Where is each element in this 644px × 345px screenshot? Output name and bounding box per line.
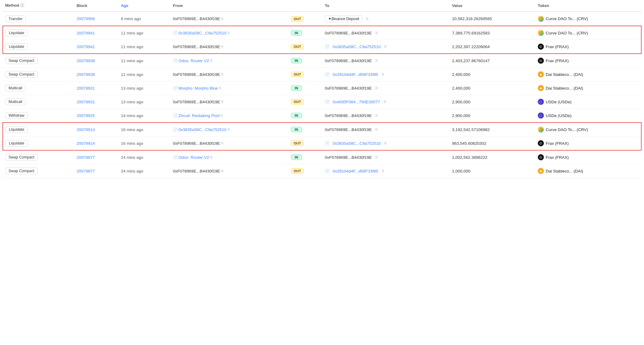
method-button[interactable]: Liquidate <box>5 126 28 133</box>
copy-to-icon[interactable]: ⎘ <box>376 155 378 159</box>
from-address-link[interactable]: Odos: Router V2 <box>178 59 209 63</box>
token-cell: 🌈Curve DAO To... (CRV) <box>538 126 639 133</box>
col-block: Block <box>74 0 118 12</box>
copy-from-icon[interactable]: ⎘ <box>210 155 212 159</box>
copy-from-icon[interactable]: ⎘ <box>219 86 221 90</box>
block-link[interactable]: 20079941 <box>77 31 95 35</box>
block-link[interactable]: 20079914 <box>77 141 95 146</box>
to-address: 0xF078969E...B4430f19E <box>325 86 372 91</box>
from-address-link[interactable]: Zircuit: Restaking Pool <box>178 113 219 118</box>
to-address-link[interactable]: 0x28104d4F...d56F33f95 <box>333 169 378 173</box>
copy-from-icon[interactable]: ⎘ <box>221 100 223 104</box>
method-button[interactable]: Multicall <box>5 85 26 91</box>
method-button[interactable]: Swap Compact <box>5 168 38 174</box>
block-link[interactable]: 20079941 <box>77 44 95 49</box>
age-value: 13 mins ago <box>121 100 143 104</box>
copy-from-icon[interactable]: ⎘ <box>228 31 230 35</box>
to-address: 0xF078969E...B4430f19E <box>325 113 372 118</box>
block-link[interactable]: 20079931 <box>77 86 95 91</box>
to-address-link[interactable]: 0x3835a58C...C9a752510 <box>333 141 381 146</box>
direction-badge: IN <box>291 58 302 63</box>
block-link[interactable]: 20079877 <box>77 169 95 173</box>
method-button[interactable]: Liquidate <box>5 30 28 36</box>
copy-from-icon[interactable]: ⎘ <box>221 113 223 118</box>
block-link[interactable]: 20079877 <box>77 155 95 160</box>
direction-badge: OUT <box>291 140 304 146</box>
method-button[interactable]: Withdraw <box>5 112 28 119</box>
copy-to-icon[interactable]: ⎘ <box>384 141 387 145</box>
copy-to-icon[interactable]: ⎘ <box>376 127 378 132</box>
value-amount: 963,545.60820302 <box>452 141 486 146</box>
block-link[interactable]: 20079938 <box>77 72 95 77</box>
copy-from-icon[interactable]: ⎘ <box>228 127 230 132</box>
to-address: 0xF078969E...B4430f19E <box>325 127 372 132</box>
method-button[interactable]: Liquidate <box>5 43 28 50</box>
table-row: Liquidate2007991416 mins ago📄0x3835a58C.… <box>3 123 641 137</box>
copy-to-icon[interactable]: ⎘ <box>382 72 384 76</box>
cell-to: 0xF078969E...B4430f19E⎘ <box>322 26 450 40</box>
block-link[interactable]: 20079938 <box>77 59 95 63</box>
cell-to: ✦Binance Deposit⎘ <box>322 12 450 26</box>
to-address-link[interactable]: 0x3835a58C...C9a752510 <box>333 44 381 49</box>
from-address-link[interactable]: Odos: Router V2 <box>178 155 209 160</box>
cell-from: 📄Morpho: Morpho Blue⎘ <box>170 81 288 95</box>
copy-from-icon[interactable]: ⎘ <box>221 169 223 173</box>
block-link[interactable]: 20079956 <box>77 16 95 21</box>
age-value: 14 mins ago <box>121 113 143 118</box>
cell-method: Multicall <box>3 95 74 109</box>
table-row: Multicall2007993113 mins ago📄Morpho: Mor… <box>3 81 641 95</box>
method-button[interactable]: Swap Compact <box>5 57 38 64</box>
method-button[interactable]: Swap Compact <box>5 154 38 161</box>
cell-direction: IN <box>289 26 322 40</box>
from-address-link[interactable]: Morpho: Morpho Blue <box>178 86 218 91</box>
cell-from: 📄Zircuit: Restaking Pool⎘ <box>170 109 288 123</box>
table-row: Swap Compact2007993811 mins ago0xF078969… <box>3 68 641 81</box>
cell-direction: IN <box>289 81 322 95</box>
copy-to-icon[interactable]: ⎘ <box>376 113 378 118</box>
copy-to-icon[interactable]: ⎘ <box>366 17 368 21</box>
cell-token: 🌈Curve DAO To... (CRV) <box>535 123 641 137</box>
block-link[interactable]: 20079931 <box>77 100 95 104</box>
copy-from-icon[interactable]: ⎘ <box>221 44 223 49</box>
method-button[interactable]: Multicall <box>5 98 26 105</box>
direction-badge: OUT <box>291 16 304 22</box>
block-link[interactable]: 20079925 <box>77 113 95 118</box>
contract-icon: 📄 <box>325 72 329 76</box>
cell-direction: IN <box>289 109 322 123</box>
copy-from-icon[interactable]: ⎘ <box>221 141 223 145</box>
block-link[interactable]: 20079914 <box>77 127 95 132</box>
cell-to: 0xF078969E...B4430f19E⎘ <box>322 54 450 68</box>
copy-to-icon[interactable]: ⎘ <box>384 44 387 49</box>
copy-from-icon[interactable]: ⎘ <box>221 72 223 76</box>
copy-to-icon[interactable]: ⎘ <box>382 169 384 173</box>
cell-method: Swap Compact <box>3 68 74 81</box>
cell-to: 📄0x3835a58C...C9a752510⎘ <box>322 40 450 54</box>
cell-direction: OUT <box>289 12 322 26</box>
value-amount: 3,192,542.57106982 <box>452 127 490 132</box>
from-address: 0xF078969E...B4430f19E <box>173 141 220 146</box>
copy-to-icon[interactable]: ⎘ <box>376 59 378 63</box>
cell-value: 3,192,542.57106982 <box>450 123 535 137</box>
copy-from-icon[interactable]: ⎘ <box>221 17 223 21</box>
cell-from: 📄0x3835a58C...C9a752510⎘ <box>170 26 288 40</box>
copy-to-icon[interactable]: ⎘ <box>384 100 386 104</box>
copy-to-icon[interactable]: ⎘ <box>376 86 378 90</box>
method-button[interactable]: Transfer <box>5 16 26 22</box>
method-button[interactable]: Swap Compact <box>5 71 38 78</box>
table-row: Liquidate2007991416 mins ago0xF078969E..… <box>3 137 641 151</box>
contract-icon: 📄 <box>173 127 177 132</box>
method-info-icon[interactable]: ⓘ <box>20 3 24 8</box>
method-button[interactable]: Liquidate <box>5 140 28 147</box>
to-address-link[interactable]: 0x4095F064...750E30077 <box>333 100 380 104</box>
cell-method: Transfer <box>3 12 74 26</box>
cell-from: 0xF078969E...B4430f19E⎘ <box>170 137 288 151</box>
cell-method: Swap Compact <box>3 54 74 68</box>
copy-from-icon[interactable]: ⎘ <box>210 59 212 63</box>
cell-to: 0xF078969E...B4430f19E⎘ <box>322 109 450 123</box>
copy-to-icon[interactable]: ⎘ <box>376 31 378 35</box>
cell-age: 24 mins ago <box>118 150 170 164</box>
to-address-link[interactable]: 0x28104d4F...d56F33f95 <box>333 72 378 77</box>
from-address-link[interactable]: 0x3835a58C...C9a752510 <box>178 31 226 35</box>
from-address-link[interactable]: 0x3835a58C...C9a752510 <box>178 127 226 132</box>
token-label: Frax (FRAX) <box>546 141 569 146</box>
